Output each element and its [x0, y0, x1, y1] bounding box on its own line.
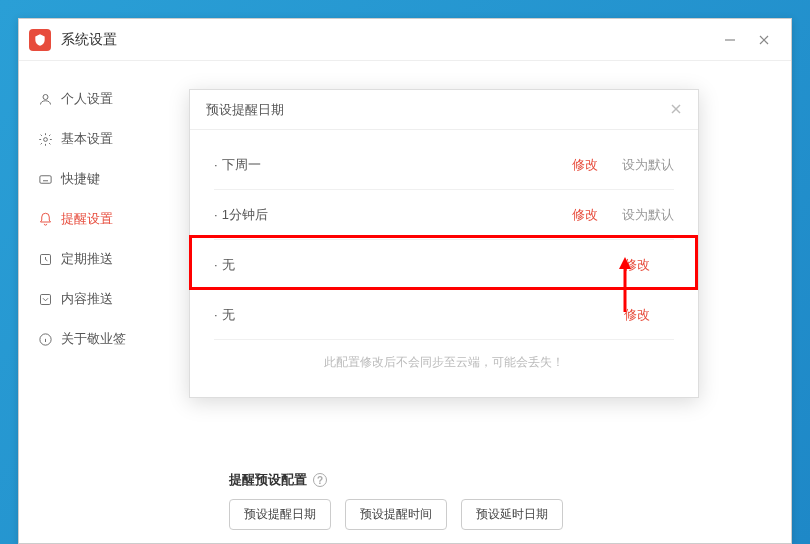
dialog-body: · 下周一 修改 设为默认 · 1分钟后 修改 设为默认 · 无 修改 · 无 …: [190, 130, 698, 397]
user-icon: [37, 91, 53, 107]
dialog-row: · 无 修改: [214, 240, 674, 290]
sidebar: 个人设置 基本设置 快捷键 提醒设置 定期推送 内容推送: [19, 61, 179, 543]
help-icon[interactable]: ?: [313, 473, 327, 487]
row-label: 无: [222, 306, 624, 324]
edit-link[interactable]: 修改: [624, 256, 650, 274]
preset-date-button[interactable]: 预设提醒日期: [229, 499, 331, 530]
svg-point-4: [43, 137, 47, 141]
app-logo-icon: [29, 29, 51, 51]
send-icon: [37, 291, 53, 307]
lower-content: 提醒预设配置 ? 预设提醒日期 预设提醒时间 预设延时日期 重要事项间隔 ?: [229, 451, 751, 543]
sidebar-item-about[interactable]: 关于敬业签: [19, 319, 179, 359]
preset-buttons: 预设提醒日期 预设提醒时间 预设延时日期: [229, 499, 751, 530]
titlebar: 系统设置: [19, 19, 791, 61]
sidebar-item-label: 提醒设置: [61, 210, 113, 228]
preset-delay-button[interactable]: 预设延时日期: [461, 499, 563, 530]
edit-link[interactable]: 修改: [624, 306, 650, 324]
gear-icon: [37, 131, 53, 147]
app-window: 系统设置 个人设置 基本设置 快捷键 提醒设置: [18, 18, 792, 544]
close-button[interactable]: [747, 26, 781, 54]
svg-point-3: [43, 94, 48, 99]
sidebar-item-shortcut[interactable]: 快捷键: [19, 159, 179, 199]
sidebar-item-schedule[interactable]: 定期推送: [19, 239, 179, 279]
svg-rect-5: [39, 175, 50, 183]
set-default-link[interactable]: 设为默认: [622, 156, 674, 174]
sidebar-item-label: 基本设置: [61, 130, 113, 148]
sidebar-item-label: 个人设置: [61, 90, 113, 108]
sidebar-item-label: 快捷键: [61, 170, 100, 188]
dialog-title: 预设提醒日期: [206, 101, 284, 119]
dialog-close-button[interactable]: [670, 101, 682, 119]
edit-link[interactable]: 修改: [572, 156, 598, 174]
row-label: 无: [222, 256, 624, 274]
sidebar-item-basic[interactable]: 基本设置: [19, 119, 179, 159]
dialog-row: · 1分钟后 修改 设为默认: [214, 190, 674, 240]
sidebar-item-reminder[interactable]: 提醒设置: [19, 199, 179, 239]
dialog-row: · 下周一 修改 设为默认: [214, 140, 674, 190]
section-preset-label: 提醒预设配置 ?: [229, 471, 751, 489]
sidebar-item-profile[interactable]: 个人设置: [19, 79, 179, 119]
row-label: 1分钟后: [222, 206, 572, 224]
sidebar-item-label: 定期推送: [61, 250, 113, 268]
dialog-header: 预设提醒日期: [190, 90, 698, 130]
clock-icon: [37, 251, 53, 267]
info-icon: [37, 331, 53, 347]
sidebar-item-content[interactable]: 内容推送: [19, 279, 179, 319]
dialog-row: · 无 修改: [214, 290, 674, 340]
edit-link[interactable]: 修改: [572, 206, 598, 224]
keyboard-icon: [37, 171, 53, 187]
preset-date-dialog: 预设提醒日期 · 下周一 修改 设为默认 · 1分钟后 修改 设为默认 · 无 …: [189, 89, 699, 398]
window-title: 系统设置: [61, 31, 117, 49]
preset-time-button[interactable]: 预设提醒时间: [345, 499, 447, 530]
sidebar-item-label: 关于敬业签: [61, 330, 126, 348]
svg-rect-11: [40, 294, 50, 304]
row-label: 下周一: [222, 156, 572, 174]
bell-icon: [37, 211, 53, 227]
sidebar-item-label: 内容推送: [61, 290, 113, 308]
dialog-footer-note: 此配置修改后不会同步至云端，可能会丢失！: [214, 340, 674, 377]
minimize-button[interactable]: [713, 26, 747, 54]
set-default-link[interactable]: 设为默认: [622, 206, 674, 224]
